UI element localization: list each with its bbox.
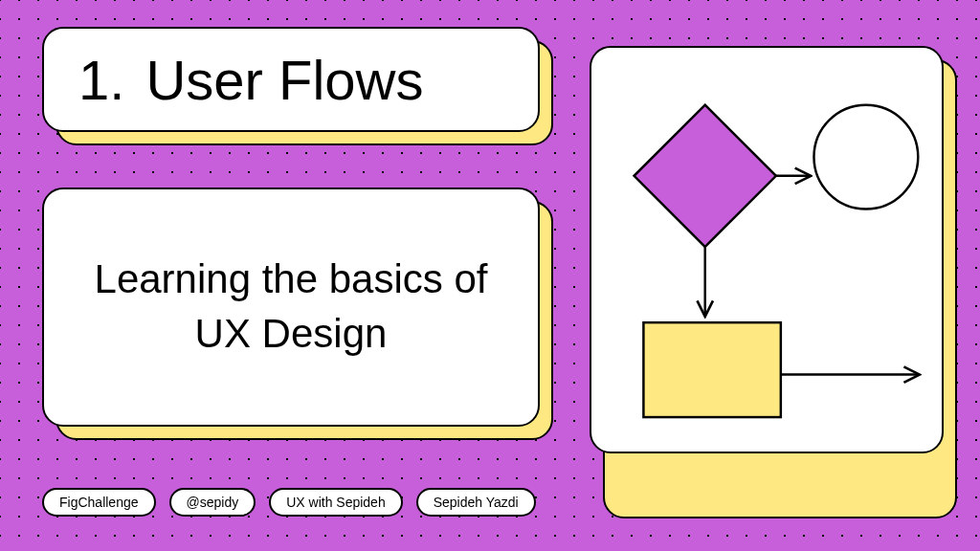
title-text: User Flows	[145, 48, 423, 112]
tag-pill: @sepidy	[169, 488, 256, 517]
tag-pill: FigChallenge	[42, 488, 156, 517]
tag-pill: UX with Sepideh	[269, 488, 403, 517]
title-number: 1.	[78, 48, 124, 112]
subtitle-card: Learning the basics of UX Design	[42, 187, 540, 427]
diagram-card	[590, 46, 944, 453]
flowchart-diagram	[591, 48, 942, 452]
tag-pill: Sepideh Yazdi	[416, 488, 536, 517]
circle-shape	[813, 105, 918, 209]
title-card: 1. User Flows	[42, 27, 540, 132]
svg-rect-2	[643, 322, 780, 417]
svg-marker-0	[635, 105, 776, 247]
subtitle-text: Learning the basics of UX Design	[75, 253, 507, 361]
rectangle-shape	[643, 322, 780, 417]
svg-point-1	[813, 105, 918, 209]
diamond-shape	[635, 105, 776, 247]
tags-row: FigChallenge @sepidy UX with Sepideh Sep…	[42, 488, 536, 517]
